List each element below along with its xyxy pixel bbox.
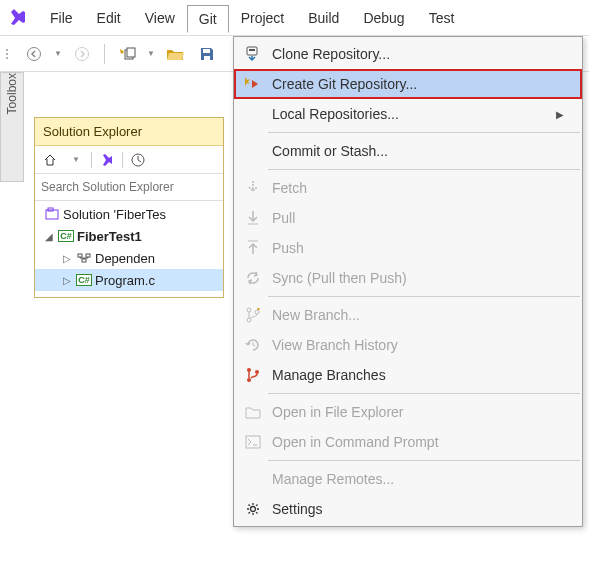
panel-title: Solution Explorer — [35, 118, 223, 146]
create-repo-icon — [240, 76, 266, 92]
submenu-arrow-icon: ▶ — [556, 109, 564, 120]
menu-create-git-repository[interactable]: Create Git Repository... — [234, 69, 582, 99]
svg-rect-10 — [86, 254, 90, 257]
menu-separator — [268, 132, 580, 133]
menu-clone-repository[interactable]: Clone Repository... — [234, 39, 582, 69]
folder-icon — [240, 405, 266, 419]
tree-solution-node[interactable]: Solution 'FiberTes — [35, 203, 223, 225]
menu-git[interactable]: Git — [187, 5, 229, 33]
save-button[interactable] — [193, 40, 221, 68]
menu-separator — [268, 169, 580, 170]
expand-arrow-icon[interactable]: ▷ — [61, 275, 73, 286]
menu-build[interactable]: Build — [296, 4, 351, 32]
search-input[interactable] — [41, 176, 217, 198]
tree-label: Dependen — [95, 251, 155, 266]
menu-view[interactable]: View — [133, 4, 187, 32]
menu-manage-branches[interactable]: Manage Branches — [234, 360, 582, 390]
csharp-file-icon: C# — [75, 274, 93, 286]
menu-item-label: Create Git Repository... — [272, 76, 417, 92]
history-icon — [240, 337, 266, 353]
svg-rect-3 — [127, 48, 135, 57]
toolbox-strip[interactable]: Toolbox — [0, 72, 24, 182]
menu-push: Push — [234, 233, 582, 263]
toolbar-separator — [91, 152, 92, 168]
menu-project[interactable]: Project — [229, 4, 297, 32]
svg-rect-5 — [204, 56, 210, 60]
menu-pull: Pull — [234, 203, 582, 233]
menu-item-label: Open in File Explorer — [272, 404, 404, 420]
home-button[interactable] — [39, 149, 61, 171]
new-item-button[interactable] — [113, 40, 141, 68]
menu-item-label: Sync (Pull then Push) — [272, 270, 407, 286]
menu-item-label: Manage Remotes... — [272, 471, 394, 487]
search-box[interactable] — [35, 174, 223, 201]
tree-project-node[interactable]: ◢ C# FiberTest1 — [35, 225, 223, 247]
pending-changes-button[interactable] — [127, 149, 149, 171]
toolbar-grip-icon — [6, 49, 12, 59]
menu-local-repositories[interactable]: Local Repositories... ▶ — [234, 99, 582, 129]
gear-icon — [240, 501, 266, 517]
menu-test[interactable]: Test — [417, 4, 467, 32]
menu-bar: File Edit View Git Project Build Debug T… — [0, 0, 589, 36]
svg-point-1 — [76, 47, 89, 60]
menu-item-label: Commit or Stash... — [272, 143, 388, 159]
expand-arrow-icon[interactable]: ▷ — [61, 253, 73, 264]
tree-label: Program.c — [95, 273, 155, 288]
tree-label: FiberTest1 — [77, 229, 142, 244]
menu-new-branch: New Branch... — [234, 300, 582, 330]
nav-back-button[interactable] — [20, 40, 48, 68]
menu-settings[interactable]: Settings — [234, 494, 582, 524]
menu-sync: Sync (Pull then Push) — [234, 263, 582, 293]
expand-arrow-icon[interactable]: ◢ — [43, 231, 55, 242]
panel-toolbar: ▼ — [35, 146, 223, 174]
switch-views-button[interactable] — [96, 149, 118, 171]
git-dropdown-menu: Clone Repository... Create Git Repositor… — [233, 36, 583, 527]
menu-open-command-prompt: Open in Command Prompt — [234, 427, 582, 457]
tool-dropdown[interactable]: ▼ — [65, 149, 87, 171]
menu-item-label: New Branch... — [272, 307, 360, 323]
open-file-button[interactable] — [161, 40, 189, 68]
svg-rect-13 — [249, 49, 255, 51]
toolbar-separator — [104, 44, 105, 64]
dependencies-icon — [75, 252, 93, 264]
svg-point-19 — [255, 370, 259, 374]
tree-file-node[interactable]: ▷ C# Program.c — [35, 269, 223, 291]
menu-item-label: Pull — [272, 210, 295, 226]
tree-dependencies-node[interactable]: ▷ Dependen — [35, 247, 223, 269]
svg-point-21 — [251, 507, 256, 512]
toolbox-label: Toolbox — [5, 73, 19, 120]
vs-logo-icon — [8, 8, 28, 28]
svg-point-16 — [255, 310, 259, 314]
menu-debug[interactable]: Debug — [351, 4, 416, 32]
menu-item-label: Local Repositories... — [272, 106, 399, 122]
nav-forward-button[interactable] — [68, 40, 96, 68]
tree-label: Solution 'FiberTes — [63, 207, 166, 222]
menu-edit[interactable]: Edit — [85, 4, 133, 32]
menu-commit-stash[interactable]: Commit or Stash... — [234, 136, 582, 166]
menu-item-label: Manage Branches — [272, 367, 386, 383]
menu-fetch: Fetch — [234, 173, 582, 203]
nav-back-dropdown[interactable]: ▼ — [52, 40, 64, 68]
solution-explorer-panel: Solution Explorer ▼ Solution 'FiberTes ◢… — [34, 117, 224, 298]
fetch-icon — [240, 180, 266, 196]
menu-item-label: Fetch — [272, 180, 307, 196]
csharp-project-icon: C# — [57, 230, 75, 242]
solution-icon — [43, 207, 61, 221]
svg-rect-11 — [82, 259, 86, 262]
clone-icon — [240, 46, 266, 62]
menu-file[interactable]: File — [38, 4, 85, 32]
menu-view-branch-history: View Branch History — [234, 330, 582, 360]
menu-item-label: Push — [272, 240, 304, 256]
branches-icon — [240, 367, 266, 383]
toolbar-separator — [122, 152, 123, 168]
menu-item-label: Settings — [272, 501, 323, 517]
svg-point-17 — [247, 368, 251, 372]
push-icon — [240, 240, 266, 256]
svg-rect-9 — [78, 254, 82, 257]
pull-icon — [240, 210, 266, 226]
new-branch-icon — [240, 307, 266, 323]
svg-rect-20 — [246, 436, 260, 448]
svg-point-0 — [28, 47, 41, 60]
terminal-icon — [240, 435, 266, 449]
new-item-dropdown[interactable]: ▼ — [145, 40, 157, 68]
